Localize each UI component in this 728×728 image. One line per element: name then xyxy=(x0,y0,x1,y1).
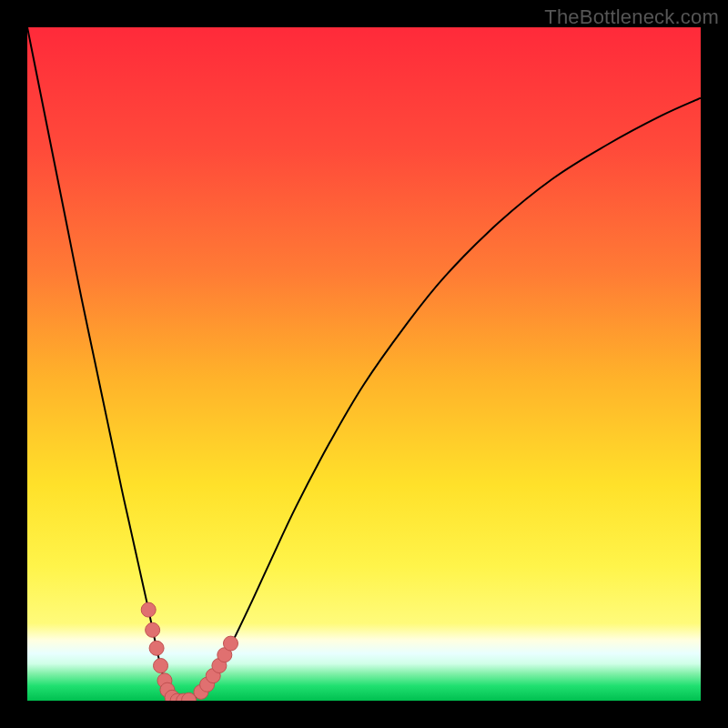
data-marker xyxy=(154,659,168,673)
gradient-background xyxy=(27,27,701,701)
data-marker xyxy=(149,641,164,655)
chart-frame: TheBottleneck.com xyxy=(0,0,728,728)
data-marker xyxy=(223,636,238,651)
chart-svg xyxy=(27,27,701,701)
watermark-text: TheBottleneck.com xyxy=(544,5,719,29)
data-marker xyxy=(141,602,156,617)
data-marker xyxy=(146,622,160,637)
plot-area xyxy=(27,27,701,701)
